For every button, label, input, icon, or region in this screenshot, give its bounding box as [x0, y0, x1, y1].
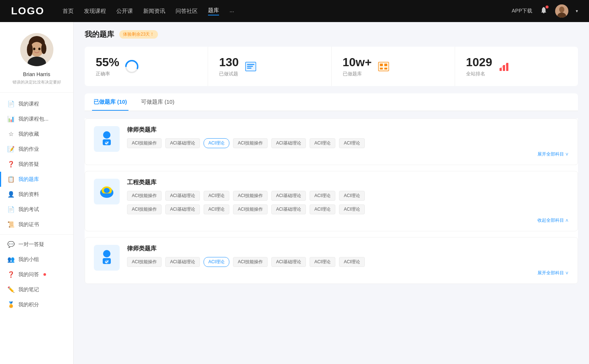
user-avatar-nav[interactable] [555, 4, 568, 18]
tag-2-5[interactable]: ACI理论 [310, 191, 335, 201]
qa-icon: ❓ [7, 161, 15, 168]
tag-2b-6[interactable]: ACI理论 [339, 204, 365, 214]
nav-open-course[interactable]: 公开课 [116, 8, 133, 15]
sidebar-item-my-course[interactable]: 📄 我的课程 [0, 96, 73, 111]
main-content: 我的题库 体验剩余23天！ 55% 正确率 130 已做试题 [74, 22, 589, 364]
page-title: 我的题库 [85, 29, 114, 39]
sidebar-item-bank[interactable]: 📋 我的题库 [0, 172, 73, 187]
nav-bank[interactable]: 题库 [208, 7, 219, 15]
bank-card-engineer: 工程类题库 ACI技能操作 ACI基础理论 ACI理论 ACI技能操作 ACI基… [85, 171, 578, 231]
bank-details-2: 工程类题库 ACI技能操作 ACI基础理论 ACI理论 ACI技能操作 ACI基… [127, 179, 569, 224]
tag-3-2[interactable]: ACI理论 [204, 257, 229, 267]
stat-banks-label: 已做题库 [343, 71, 372, 77]
tag-2b-2[interactable]: ACI理论 [204, 204, 229, 214]
notification-bell[interactable] [540, 6, 548, 16]
exam-icon: 📄 [7, 206, 15, 213]
sidebar-item-exam[interactable]: 📄 我的考试 [0, 202, 73, 217]
sidebar-item-questions[interactable]: ❓ 我的问答 [0, 267, 73, 282]
tag-3-0[interactable]: ACI技能操作 [127, 257, 162, 267]
nav-news[interactable]: 新闻资讯 [143, 8, 165, 15]
user-menu-chevron[interactable]: ▾ [576, 8, 578, 14]
navbar: LOGO 首页 发现课程 公开课 新闻资讯 问答社区 题库 ··· APP下载 … [0, 0, 589, 22]
tab-available[interactable]: 可做题库 (10) [140, 93, 176, 111]
tabs-row: 已做题库 (10) 可做题库 (10) [85, 93, 578, 111]
tag-3-4[interactable]: ACI基础理论 [271, 257, 306, 267]
stat-done-text: 130 已做试题 [219, 56, 239, 77]
homework-icon: 📝 [7, 146, 15, 153]
tag-3-5[interactable]: ACI理论 [310, 257, 335, 267]
trial-badge: 体验剩余23天！ [119, 30, 158, 39]
tag-2-0[interactable]: ACI技能操作 [127, 191, 162, 201]
nav-home[interactable]: 首页 [63, 8, 74, 15]
svg-rect-24 [503, 65, 505, 71]
stat-done-questions: 130 已做试题 [208, 47, 331, 86]
sidebar-item-notes[interactable]: ✏️ 我的笔记 [0, 282, 73, 297]
tag-2-1[interactable]: ACI基础理论 [165, 191, 200, 201]
svg-point-7 [27, 43, 33, 56]
tag-2-4[interactable]: ACI基础理论 [271, 191, 306, 201]
stat-ranking-label: 全站排名 [466, 71, 492, 77]
tag-1-1[interactable]: ACI基础理论 [165, 138, 200, 148]
sidebar-item-my-qa[interactable]: ❓ 我的答疑 [0, 157, 73, 172]
tag-1-4[interactable]: ACI基础理论 [271, 138, 306, 148]
bank-icon: 📋 [7, 176, 15, 183]
tag-1-3[interactable]: ACI技能操作 [233, 138, 268, 148]
nav-links: 首页 发现课程 公开课 新闻资讯 问答社区 题库 ··· [63, 7, 501, 15]
nav-qa[interactable]: 问答社区 [176, 8, 198, 15]
tag-2b-3[interactable]: ACI技能操作 [233, 204, 268, 214]
bank-icon-lawyer-1 [94, 126, 120, 152]
sidebar-item-one-on-one[interactable]: 💬 一对一答疑 [0, 237, 73, 252]
expand-link-3[interactable]: 展开全部科目 ∨ [127, 270, 569, 276]
tag-2b-1[interactable]: ACI基础理论 [165, 204, 200, 214]
svg-rect-20 [384, 64, 387, 66]
svg-rect-16 [247, 66, 253, 67]
svg-rect-21 [380, 68, 383, 69]
sidebar-item-label: 我的答疑 [18, 161, 39, 168]
collapse-link-2[interactable]: 收起全部科目 ∧ [127, 217, 569, 224]
stat-done-value: 130 [219, 56, 239, 69]
tag-2-6[interactable]: ACI理论 [339, 191, 365, 201]
tag-3-1[interactable]: ACI基础理论 [165, 257, 200, 267]
stat-done-banks: 10w+ 已做题库 [332, 47, 455, 86]
tag-3-6[interactable]: ACI理论 [339, 257, 365, 267]
stat-done-label: 已做试题 [219, 71, 239, 77]
tag-2b-5[interactable]: ACI理论 [310, 204, 335, 214]
tag-2-2[interactable]: ACI理论 [204, 191, 229, 201]
svg-point-26 [103, 131, 110, 139]
app-download-link[interactable]: APP下载 [512, 8, 532, 14]
tag-1-2[interactable]: ACI理论 [204, 138, 229, 148]
stat-accuracy-value: 55% [96, 56, 119, 69]
sidebar-item-label: 我的小组 [18, 256, 39, 263]
bank-header-1: 律师类题库 ACI技能操作 ACI基础理论 ACI理论 ACI技能操作 ACI基… [94, 126, 569, 157]
tag-1-0[interactable]: ACI技能操作 [127, 138, 162, 148]
profile-motto: 错误的决定比没有决定要好 [13, 79, 61, 85]
banks-container: 律师类题库 ACI技能操作 ACI基础理论 ACI理论 ACI技能操作 ACI基… [85, 118, 578, 284]
bank-card-lawyer-1: 律师类题库 ACI技能操作 ACI基础理论 ACI理论 ACI技能操作 ACI基… [85, 118, 578, 165]
bank-header-3: 律师类题库 ACI技能操作 ACI基础理论 ACI理论 ACI技能操作 ACI基… [94, 245, 569, 276]
tags-row-2b: ACI技能操作 ACI基础理论 ACI理论 ACI技能操作 ACI基础理论 AC… [127, 204, 569, 214]
tags-row-2a: ACI技能操作 ACI基础理论 ACI理论 ACI技能操作 ACI基础理论 AC… [127, 191, 569, 201]
tag-2-3[interactable]: ACI技能操作 [233, 191, 268, 201]
bank-name-3: 律师类题库 [127, 245, 569, 253]
tag-3-3[interactable]: ACI技能操作 [233, 257, 268, 267]
stat-accuracy-text: 55% 正确率 [96, 56, 119, 77]
sidebar-item-course-package[interactable]: 📊 我的课程包... [0, 111, 73, 126]
tag-2b-4[interactable]: ACI基础理论 [271, 204, 306, 214]
expand-link-1[interactable]: 展开全部科目 ∨ [127, 151, 569, 157]
svg-point-33 [103, 250, 110, 257]
tab-done[interactable]: 已做题库 (10) [92, 93, 128, 111]
tag-1-6[interactable]: ACI理论 [339, 138, 365, 148]
sidebar-item-points[interactable]: 🏅 我的积分 [0, 297, 73, 312]
nav-discover[interactable]: 发现课程 [84, 8, 106, 15]
nav-more[interactable]: ··· [229, 8, 234, 14]
stat-accuracy-label: 正确率 [96, 71, 119, 77]
sidebar-item-label: 我的收藏 [18, 131, 39, 138]
sidebar-item-homework[interactable]: 📝 我的作业 [0, 142, 73, 157]
sidebar-item-favorites[interactable]: ☆ 我的收藏 [0, 126, 73, 142]
tag-1-5[interactable]: ACI理论 [310, 138, 335, 148]
sidebar-menu: 📄 我的课程 📊 我的课程包... ☆ 我的收藏 📝 我的作业 ❓ 我的答疑 📋 [0, 93, 73, 316]
tag-2b-0[interactable]: ACI技能操作 [127, 204, 162, 214]
sidebar-item-certificate[interactable]: 📜 我的证书 [0, 217, 73, 232]
sidebar-item-profile[interactable]: 👤 我的资料 [0, 187, 73, 202]
sidebar-item-group[interactable]: 👥 我的小组 [0, 252, 73, 267]
